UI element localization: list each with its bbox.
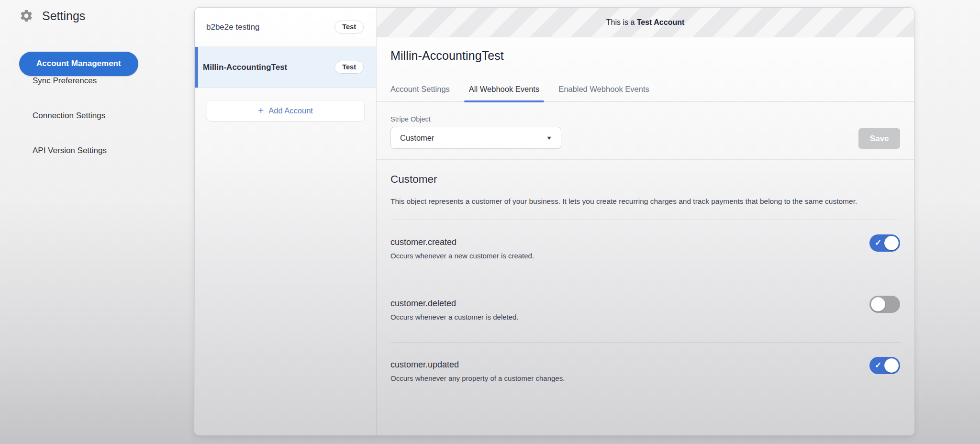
section-description: This object represents a customer of you… [390, 194, 900, 208]
customer-section: Customer This object represents a custom… [377, 160, 914, 220]
gear-icon [19, 9, 33, 23]
test-account-banner: This is a Test Account [377, 8, 914, 37]
account-row-b2be2e-testing[interactable]: b2be2e testing Test [195, 8, 376, 47]
toggle-knob [884, 358, 899, 373]
add-account-button[interactable]: + Add Account [207, 100, 365, 122]
event-row-customer-updated: customer.updated Occurs whenever any pro… [390, 343, 900, 403]
toggle-customer-deleted[interactable]: ✓ [869, 296, 900, 313]
sidebar-item-sync-preferences[interactable]: Sync Preferences [33, 76, 194, 86]
section-heading: Customer [390, 173, 900, 186]
sidebar-nav: Account Management Sync Preferences Conn… [19, 52, 194, 155]
event-name: customer.deleted [390, 299, 900, 309]
toggle-knob [884, 236, 899, 250]
page-title: Millin-AccountingTest [390, 49, 914, 63]
check-icon: ✓ [875, 360, 881, 370]
banner-text: This is a [606, 18, 637, 27]
stripe-object-select[interactable]: Customer ▼ [390, 127, 561, 149]
plus-icon: + [258, 105, 264, 115]
settings-sidebar: Settings Account Management Sync Prefere… [0, 0, 194, 444]
chevron-down-icon: ▼ [546, 135, 553, 141]
account-name: Millin-AccountingTest [203, 63, 287, 72]
banner-text-bold: Test Account [637, 18, 685, 27]
stripe-object-selected-value: Customer [400, 133, 434, 143]
sidebar-title: Settings [42, 9, 85, 23]
accounts-list: b2be2e testing Test Millin-AccountingTes… [195, 8, 377, 435]
stripe-object-label: Stripe Object [390, 115, 561, 123]
event-description: Occurs whenever a customer is deleted. [390, 313, 900, 321]
event-name: customer.created [390, 237, 900, 247]
account-row-millin-accountingtest[interactable]: Millin-AccountingTest Test [195, 47, 376, 88]
add-account-label: Add Account [268, 106, 313, 115]
tab-all-webhook-events[interactable]: All Webhook Events [464, 85, 544, 101]
sidebar-header: Settings [19, 9, 194, 23]
account-name: b2be2e testing [206, 22, 260, 32]
event-row-customer-created: customer.created Occurs whenever a new c… [390, 220, 900, 281]
sidebar-item-account-management[interactable]: Account Management [19, 52, 138, 76]
tab-bar: Account Settings All Webhook Events Enab… [377, 85, 914, 102]
stripe-object-field: Stripe Object Customer ▼ [390, 115, 561, 149]
test-badge: Test [334, 21, 364, 34]
tab-enabled-webhook-events[interactable]: Enabled Webhook Events [554, 85, 654, 101]
check-icon: ✓ [875, 238, 881, 248]
sidebar-item-connection-settings[interactable]: Connection Settings [33, 111, 194, 121]
toggle-knob [871, 297, 885, 311]
stripe-object-toolbar: Stripe Object Customer ▼ Save [377, 102, 914, 160]
toggle-customer-updated[interactable]: ✓ [869, 357, 900, 374]
event-description: Occurs whenever any property of a custom… [390, 374, 900, 382]
sidebar-item-api-version-settings[interactable]: API Version Settings [33, 146, 194, 155]
event-description: Occurs whenever a new customer is create… [390, 252, 900, 260]
save-button[interactable]: Save [858, 128, 900, 149]
account-detail-panel: This is a Test Account Millin-Accounting… [377, 8, 914, 435]
account-management-panel: b2be2e testing Test Millin-AccountingTes… [194, 7, 914, 435]
toggle-customer-created[interactable]: ✓ [869, 234, 900, 252]
test-badge: Test [334, 61, 364, 74]
tab-account-settings[interactable]: Account Settings [386, 85, 455, 101]
event-row-customer-deleted: customer.deleted Occurs whenever a custo… [390, 281, 900, 343]
event-name: customer.updated [390, 360, 900, 370]
